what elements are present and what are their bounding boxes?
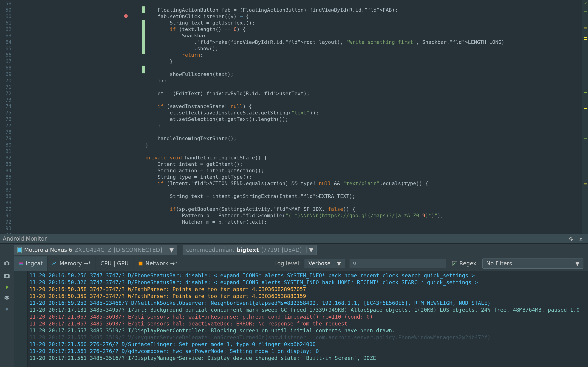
log-line[interactable]: 11-20 20:17:21.557 3485-3519/? V/Keyguar… bbox=[29, 334, 588, 341]
code-line[interactable] bbox=[133, 97, 588, 103]
code-line[interactable] bbox=[133, 129, 588, 135]
code-line[interactable]: if (Intent."fld">ACTION_SEND.equals(acti… bbox=[133, 180, 588, 187]
gear-icon[interactable] bbox=[568, 236, 573, 241]
process-package: bigtext bbox=[237, 247, 259, 253]
code-line[interactable]: et.setSelection(et.getText().length()); bbox=[133, 116, 588, 123]
editor-margin bbox=[14, 0, 133, 234]
code-line[interactable]: } bbox=[133, 142, 588, 148]
process-state: [DEAD] bbox=[282, 247, 302, 253]
code-line[interactable] bbox=[133, 148, 588, 155]
code-line[interactable]: FloatingActionButton fab = (FloatingActi… bbox=[133, 7, 588, 13]
code-line[interactable]: ."fld">make(findViewById(R.id."fld">root… bbox=[133, 39, 588, 45]
code-line[interactable]: et.setText(savedInstanceState.getString(… bbox=[133, 110, 588, 116]
regex-checkbox[interactable]: ✔ Regex bbox=[452, 260, 476, 267]
breakpoint-marker[interactable] bbox=[124, 14, 128, 18]
code-line[interactable]: Intent intent = getIntent(); bbox=[133, 161, 588, 167]
code-line[interactable]: fab.setOnClickListener((v) → { bbox=[133, 13, 588, 20]
line-number: 81 bbox=[0, 148, 14, 155]
log-line[interactable]: 11-20 20:16:50.358 3747-3747/? W/PathPar… bbox=[29, 286, 588, 293]
code-line[interactable] bbox=[133, 225, 588, 232]
code-line[interactable]: }); bbox=[133, 77, 588, 84]
code-line[interactable] bbox=[133, 84, 588, 90]
process-pid: (7719) bbox=[261, 247, 279, 253]
line-number: 80 bbox=[0, 142, 14, 148]
tab-label: Memory →* bbox=[60, 260, 91, 267]
code-line[interactable]: Pattern p = Pattern."fld">compile("(.*)\… bbox=[133, 212, 588, 219]
tab-network[interactable]: Network →* bbox=[133, 257, 182, 271]
code-line[interactable]: } bbox=[133, 58, 588, 65]
code-area[interactable]: FloatingActionButton fab = (FloatingActi… bbox=[133, 0, 588, 234]
monitor-side-icons bbox=[0, 261, 14, 267]
code-line[interactable] bbox=[133, 65, 588, 71]
log-search-field[interactable] bbox=[359, 261, 443, 267]
log-line[interactable]: 11-20 20:16:59.252 3485-23468/? D/Netlin… bbox=[29, 300, 588, 307]
code-line[interactable]: et = (EditText) findViewById(R.id."fld">… bbox=[133, 90, 588, 97]
play-icon[interactable] bbox=[4, 284, 10, 290]
log-filter-select[interactable]: No Filters ▼ bbox=[482, 259, 583, 269]
code-line[interactable] bbox=[133, 187, 588, 193]
device-selector[interactable]: Motorola Nexus 6 ZX1G424CTZ [DISCONNECTE… bbox=[14, 245, 177, 255]
tab-label: Network →* bbox=[145, 260, 178, 267]
line-number: 58 bbox=[0, 0, 14, 7]
log-search-input[interactable] bbox=[350, 259, 446, 268]
line-number: 66 bbox=[0, 52, 14, 58]
log-line[interactable]: 11-20 20:17:21.067 3485-3693/? E/qti_sen… bbox=[29, 320, 588, 327]
code-line[interactable] bbox=[133, 232, 588, 234]
log-line[interactable]: 11-20 20:16:50.326 3747-3747/? D/PhoneSt… bbox=[29, 279, 588, 286]
code-line[interactable]: Snackbar bbox=[133, 33, 588, 39]
log-line[interactable]: 11-20 20:17:21.067 3485-3693/? E/qti_sen… bbox=[29, 313, 588, 320]
log-line[interactable]: 11-20 20:17:17.131 3485-3495/? I/art: Ba… bbox=[29, 307, 588, 313]
code-line[interactable]: Matcher m = p.matcher(text); bbox=[133, 219, 588, 225]
svg-rect-1 bbox=[18, 248, 21, 252]
error-stripe[interactable] bbox=[582, 0, 588, 234]
code-line[interactable]: return; bbox=[133, 52, 588, 58]
log-line[interactable]: 11-20 20:17:21.560 276-276/? D/SurfaceFl… bbox=[29, 341, 588, 348]
code-line[interactable]: } bbox=[133, 123, 588, 129]
code-line[interactable]: showFullscreen(text); bbox=[133, 71, 588, 77]
hide-panel-icon[interactable] bbox=[578, 236, 583, 241]
code-editor[interactable]: 5859606162636465666768697071727374757677… bbox=[0, 0, 588, 234]
tab-logcat[interactable]: logcat bbox=[14, 257, 48, 271]
log-line[interactable]: 11-20 20:17:21.557 3485-3519/? I/Display… bbox=[29, 327, 588, 334]
code-line[interactable]: handleIncomingTextShare(); bbox=[133, 135, 588, 142]
device-serial: ZX1G424CTZ bbox=[75, 247, 111, 253]
camera-icon[interactable] bbox=[4, 273, 10, 279]
code-line[interactable]: if(sp.getBoolean(SettingsActivity."fld">… bbox=[133, 206, 588, 212]
code-line[interactable] bbox=[133, 0, 588, 7]
process-selector[interactable]: com.meedamian.bigtext (7719) [DEAD] ▼ bbox=[183, 245, 317, 255]
code-line[interactable]: if (text.length() == 0) { bbox=[133, 26, 588, 33]
svg-point-8 bbox=[6, 308, 8, 311]
line-number: 77 bbox=[0, 123, 14, 129]
code-line[interactable]: private void handleIncomingTextShare() { bbox=[133, 155, 588, 161]
line-number: 60 bbox=[0, 13, 14, 20]
regex-label: Regex bbox=[459, 260, 476, 267]
line-number: 64 bbox=[0, 39, 14, 45]
svg-rect-2 bbox=[19, 262, 23, 263]
log-line[interactable]: 11-20 20:17:21.561 276-276/? D/qdhwcompo… bbox=[29, 348, 588, 355]
code-line[interactable] bbox=[133, 200, 588, 206]
log-filter-value: No Filters bbox=[486, 260, 512, 267]
android-monitor-titlebar[interactable]: Android Monitor bbox=[0, 234, 588, 244]
log-line[interactable]: 11-20 20:17:21.561 3485-3516/? I/Display… bbox=[29, 355, 588, 361]
dot-icon[interactable] bbox=[4, 306, 10, 312]
code-line[interactable]: String text = intent.getStringExtra(Inte… bbox=[133, 193, 588, 200]
log-line[interactable]: 11-20 20:16:50.256 3747-3747/? D/PhoneSt… bbox=[29, 272, 588, 279]
code-line[interactable]: String type = intent.getType(); bbox=[133, 174, 588, 180]
code-line[interactable]: String text = getUserText(); bbox=[133, 20, 588, 26]
monitor-tabs-bar: logcatMemory →*CPU | GPUNetwork →* Log l… bbox=[0, 257, 588, 271]
search-icon bbox=[353, 261, 357, 266]
line-number: 76 bbox=[0, 116, 14, 123]
tab-memory[interactable]: Memory →* bbox=[48, 257, 96, 271]
tab-cpu[interactable]: CPU | GPU bbox=[96, 257, 133, 271]
layers-icon[interactable] bbox=[4, 295, 10, 301]
chevron-down-icon: ▼ bbox=[572, 260, 579, 267]
code-line[interactable]: .show(); bbox=[133, 45, 588, 52]
line-number: 70 bbox=[0, 77, 14, 84]
code-line[interactable]: String action = intent.getAction(); bbox=[133, 167, 588, 174]
code-line[interactable]: if (savedInstanceState!=null) { bbox=[133, 103, 588, 110]
log-line[interactable]: 11-20 20:16:50.359 3747-3747/? W/PathPar… bbox=[29, 293, 588, 300]
logcat-output[interactable]: 11-20 20:16:50.256 3747-3747/? D/PhoneSt… bbox=[27, 271, 588, 367]
camera-icon[interactable] bbox=[4, 261, 10, 267]
log-level-select[interactable]: Verbose ▼ bbox=[304, 259, 345, 268]
line-number: 71 bbox=[0, 84, 14, 90]
